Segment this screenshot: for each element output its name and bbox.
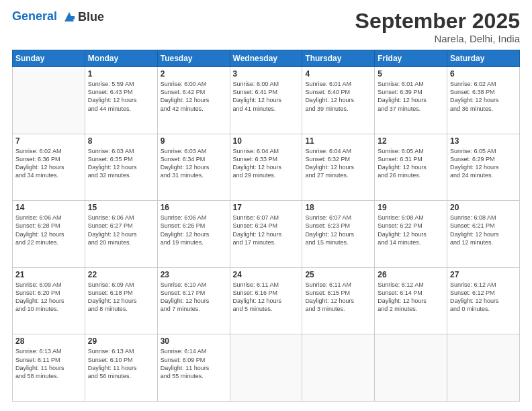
month-title: September 2025: [355, 9, 520, 33]
day-number: 4: [305, 69, 371, 79]
day-info: Sunrise: 6:11 AMSunset: 6:15 PMDaylight:…: [305, 281, 371, 314]
calendar-cell: 1Sunrise: 5:59 AMSunset: 6:43 PMDaylight…: [85, 67, 157, 134]
calendar-cell: 14Sunrise: 6:06 AMSunset: 6:28 PMDayligh…: [13, 201, 85, 268]
day-number: 3: [233, 69, 300, 79]
calendar-cell: 13Sunrise: 6:05 AMSunset: 6:29 PMDayligh…: [447, 134, 520, 201]
calendar-cell: 28Sunrise: 6:13 AMSunset: 6:11 PMDayligh…: [13, 334, 85, 402]
day-number: 7: [15, 136, 82, 146]
calendar-table: SundayMondayTuesdayWednesdayThursdayFrid…: [12, 50, 520, 402]
day-info: Sunrise: 6:13 AMSunset: 6:10 PMDaylight:…: [88, 347, 154, 380]
day-number: 21: [15, 270, 82, 279]
calendar-cell: [230, 334, 302, 402]
calendar-cell: 3Sunrise: 6:00 AMSunset: 6:41 PMDaylight…: [230, 67, 302, 134]
day-info: Sunrise: 6:01 AMSunset: 6:39 PMDaylight:…: [378, 80, 444, 113]
svg-rect-1: [71, 16, 75, 19]
day-number: 2: [161, 69, 227, 79]
day-info: Sunrise: 6:05 AMSunset: 6:29 PMDaylight:…: [450, 147, 517, 180]
calendar-week-3: 14Sunrise: 6:06 AMSunset: 6:28 PMDayligh…: [13, 201, 520, 268]
day-number: 20: [450, 203, 517, 212]
day-info: Sunrise: 6:02 AMSunset: 6:38 PMDaylight:…: [450, 80, 517, 113]
col-header-saturday: Saturday: [447, 50, 520, 67]
day-info: Sunrise: 6:06 AMSunset: 6:28 PMDaylight:…: [15, 214, 82, 246]
calendar-cell: 2Sunrise: 6:00 AMSunset: 6:42 PMDaylight…: [157, 67, 230, 134]
day-number: 1: [88, 69, 154, 79]
day-number: 15: [88, 203, 154, 212]
day-info: Sunrise: 5:59 AMSunset: 6:43 PMDaylight:…: [88, 80, 154, 113]
day-number: 6: [450, 69, 517, 79]
calendar-cell: 12Sunrise: 6:05 AMSunset: 6:31 PMDayligh…: [375, 134, 447, 201]
day-info: Sunrise: 6:05 AMSunset: 6:31 PMDaylight:…: [378, 147, 444, 180]
logo-line2: Blue: [78, 10, 104, 24]
day-number: 23: [161, 270, 227, 279]
logo: General Blue: [12, 9, 104, 24]
day-info: Sunrise: 6:04 AMSunset: 6:33 PMDaylight:…: [233, 147, 300, 180]
calendar-week-5: 28Sunrise: 6:13 AMSunset: 6:11 PMDayligh…: [13, 334, 520, 402]
day-info: Sunrise: 6:10 AMSunset: 6:17 PMDaylight:…: [161, 281, 227, 314]
calendar-cell: 27Sunrise: 6:12 AMSunset: 6:12 PMDayligh…: [447, 267, 520, 334]
day-number: 12: [378, 136, 444, 146]
col-header-sunday: Sunday: [13, 50, 85, 67]
logo-text: General: [12, 9, 77, 24]
calendar-cell: 17Sunrise: 6:07 AMSunset: 6:24 PMDayligh…: [230, 201, 302, 268]
day-info: Sunrise: 6:03 AMSunset: 6:34 PMDaylight:…: [161, 147, 227, 180]
day-info: Sunrise: 6:02 AMSunset: 6:36 PMDaylight:…: [15, 147, 82, 180]
day-number: 29: [88, 336, 154, 346]
calendar-cell: 22Sunrise: 6:09 AMSunset: 6:18 PMDayligh…: [85, 267, 157, 334]
day-number: 25: [305, 270, 371, 279]
calendar-cell: 5Sunrise: 6:01 AMSunset: 6:39 PMDaylight…: [375, 67, 447, 134]
calendar-week-4: 21Sunrise: 6:09 AMSunset: 6:20 PMDayligh…: [13, 267, 520, 334]
day-info: Sunrise: 6:13 AMSunset: 6:11 PMDaylight:…: [15, 347, 82, 380]
day-info: Sunrise: 6:09 AMSunset: 6:18 PMDaylight:…: [88, 281, 154, 314]
col-header-monday: Monday: [85, 50, 157, 67]
calendar-cell: 7Sunrise: 6:02 AMSunset: 6:36 PMDaylight…: [13, 134, 85, 201]
calendar-cell: 26Sunrise: 6:12 AMSunset: 6:14 PMDayligh…: [375, 267, 447, 334]
calendar-cell: 20Sunrise: 6:08 AMSunset: 6:21 PMDayligh…: [447, 201, 520, 268]
day-number: 18: [305, 203, 371, 212]
day-number: 9: [161, 136, 227, 146]
day-info: Sunrise: 6:06 AMSunset: 6:26 PMDaylight:…: [161, 214, 227, 246]
day-info: Sunrise: 6:08 AMSunset: 6:22 PMDaylight:…: [378, 214, 444, 246]
day-info: Sunrise: 6:00 AMSunset: 6:42 PMDaylight:…: [161, 80, 227, 113]
calendar-cell: [375, 334, 447, 402]
calendar-cell: 19Sunrise: 6:08 AMSunset: 6:22 PMDayligh…: [375, 201, 447, 268]
day-number: 17: [233, 203, 300, 212]
day-info: Sunrise: 6:04 AMSunset: 6:32 PMDaylight:…: [305, 147, 371, 180]
calendar-cell: 23Sunrise: 6:10 AMSunset: 6:17 PMDayligh…: [157, 267, 230, 334]
day-number: 24: [233, 270, 300, 279]
col-header-thursday: Thursday: [302, 50, 375, 67]
calendar-cell: 11Sunrise: 6:04 AMSunset: 6:32 PMDayligh…: [302, 134, 375, 201]
col-header-wednesday: Wednesday: [230, 50, 302, 67]
col-header-tuesday: Tuesday: [157, 50, 230, 67]
day-info: Sunrise: 6:01 AMSunset: 6:40 PMDaylight:…: [305, 80, 371, 113]
day-info: Sunrise: 6:09 AMSunset: 6:20 PMDaylight:…: [15, 281, 82, 314]
calendar-cell: 30Sunrise: 6:14 AMSunset: 6:09 PMDayligh…: [157, 334, 230, 402]
day-info: Sunrise: 6:07 AMSunset: 6:23 PMDaylight:…: [305, 214, 371, 246]
calendar-cell: 8Sunrise: 6:03 AMSunset: 6:35 PMDaylight…: [85, 134, 157, 201]
calendar-cell: [13, 67, 85, 134]
calendar-cell: 15Sunrise: 6:06 AMSunset: 6:27 PMDayligh…: [85, 201, 157, 268]
day-number: 22: [88, 270, 154, 279]
day-number: 13: [450, 136, 517, 146]
calendar-cell: 21Sunrise: 6:09 AMSunset: 6:20 PMDayligh…: [13, 267, 85, 334]
calendar-cell: 24Sunrise: 6:11 AMSunset: 6:16 PMDayligh…: [230, 267, 302, 334]
logo-icon: [62, 9, 77, 24]
day-info: Sunrise: 6:12 AMSunset: 6:12 PMDaylight:…: [450, 281, 517, 314]
calendar-cell: 16Sunrise: 6:06 AMSunset: 6:26 PMDayligh…: [157, 201, 230, 268]
day-number: 19: [378, 203, 444, 212]
page: General Blue September 2025 Narela, Delh…: [0, 0, 532, 411]
day-number: 16: [161, 203, 227, 212]
day-number: 5: [378, 69, 444, 79]
location-title: Narela, Delhi, India: [355, 33, 520, 44]
col-header-friday: Friday: [375, 50, 447, 67]
calendar-cell: 4Sunrise: 6:01 AMSunset: 6:40 PMDaylight…: [302, 67, 375, 134]
calendar-week-2: 7Sunrise: 6:02 AMSunset: 6:36 PMDaylight…: [13, 134, 520, 201]
day-number: 10: [233, 136, 300, 146]
calendar-cell: 10Sunrise: 6:04 AMSunset: 6:33 PMDayligh…: [230, 134, 302, 201]
calendar-week-1: 1Sunrise: 5:59 AMSunset: 6:43 PMDaylight…: [13, 67, 520, 134]
day-number: 27: [450, 270, 517, 279]
day-number: 28: [15, 336, 82, 346]
day-info: Sunrise: 6:12 AMSunset: 6:14 PMDaylight:…: [378, 281, 444, 314]
day-info: Sunrise: 6:00 AMSunset: 6:41 PMDaylight:…: [233, 80, 300, 113]
day-number: 8: [88, 136, 154, 146]
calendar-cell: 25Sunrise: 6:11 AMSunset: 6:15 PMDayligh…: [302, 267, 375, 334]
